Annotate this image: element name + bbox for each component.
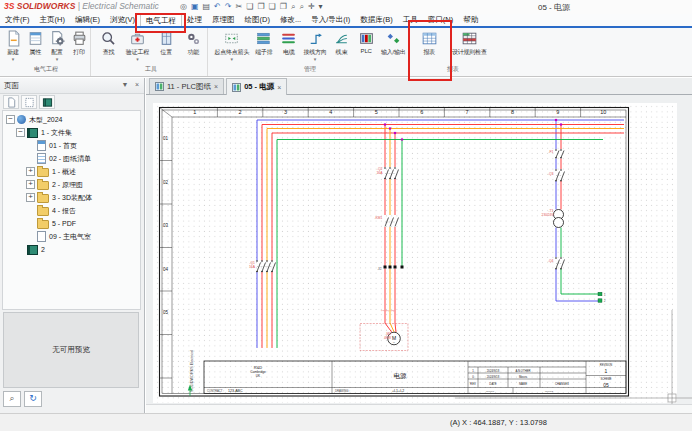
- function-button[interactable]: 功能: [182, 30, 204, 57]
- transformer-symbol[interactable]: [554, 210, 564, 228]
- dropdown-caret-icon[interactable]: ▾: [12, 57, 15, 61]
- tree-item-3d-assembly-folder[interactable]: + 3 - 3D装配体: [3, 191, 140, 204]
- close-tab-icon[interactable]: ×: [214, 83, 218, 90]
- location-button[interactable]: 位置: [155, 30, 177, 57]
- reports-button[interactable]: 报表: [418, 30, 440, 57]
- menu-tab-electrical-project[interactable]: 电气工程: [140, 14, 182, 26]
- qat-options-icon[interactable]: ▾: [319, 1, 323, 13]
- tree-item-label: 木型_2024: [29, 115, 62, 125]
- paste-icon[interactable]: ❐: [257, 1, 264, 13]
- origin-destination-arrows-button[interactable]: 起点终点箭头 ▾: [213, 30, 250, 61]
- expand-icon[interactable]: +: [26, 167, 35, 176]
- menu-tab-window[interactable]: 窗口(N): [423, 14, 458, 26]
- close-tab-icon[interactable]: ×: [277, 84, 281, 91]
- menu-tab-schematic[interactable]: 原理图: [207, 14, 240, 26]
- tree-item-report-folder[interactable]: 4 - 报告: [3, 204, 140, 217]
- cut-icon[interactable]: ✂: [236, 1, 243, 13]
- menu-tab-file[interactable]: 文件(F): [0, 14, 35, 26]
- book-button[interactable]: [39, 95, 55, 109]
- sheet-number: 05: [603, 382, 609, 388]
- collapse-icon[interactable]: −: [16, 128, 25, 137]
- tree-item-cover-page[interactable]: 01 - 首页: [3, 139, 140, 152]
- horizontal-scrollbar[interactable]: [146, 404, 692, 413]
- configurations-button[interactable]: 配置 ▾: [46, 30, 68, 61]
- preview-toggle-button[interactable]: ⌕: [3, 391, 21, 407]
- svg-text:2024/9/18: 2024/9/18: [487, 375, 500, 379]
- schematic-sheet[interactable]: 1 2 3 4 5 6 7 8 9 10 01 02 03 04 05: [146, 95, 692, 404]
- tree-item-book-2[interactable]: 2: [3, 243, 140, 256]
- terminal-strip[interactable]: [384, 266, 404, 269]
- menu-tab-view[interactable]: 浏览(V): [105, 14, 140, 26]
- revision-number: 1: [605, 368, 608, 374]
- sheet-brand-vertical: SOLIDWORKS Electrical: [190, 350, 194, 392]
- terminal-strips-button[interactable]: 端子排: [253, 30, 275, 57]
- find-button[interactable]: 查找: [98, 30, 120, 57]
- doc-tab-plc-drawing[interactable]: 11 - PLC图纸 ×: [149, 78, 224, 94]
- cables-button[interactable]: 电缆: [278, 30, 300, 57]
- menu-tab-import-export[interactable]: 导入/导出(I): [306, 14, 355, 26]
- redo-icon[interactable]: ↷: [225, 1, 232, 13]
- pin-icon[interactable]: ▼: [120, 81, 130, 88]
- menu-tab-help[interactable]: 帮助: [458, 14, 483, 26]
- tree-item-pdf-folder[interactable]: 5 - PDF: [3, 217, 140, 230]
- svg-text:03: 03: [163, 223, 169, 228]
- svg-text:2024/9/18: 2024/9/18: [487, 369, 500, 373]
- save-icon[interactable]: ▣: [191, 1, 199, 13]
- tree-item-main-electrical-room[interactable]: 09 - 主电气室: [3, 230, 140, 243]
- zoom-previous-icon[interactable]: ⌕: [291, 1, 295, 13]
- close-icon[interactable]: ×: [132, 81, 142, 88]
- properties-button[interactable]: 属性: [24, 30, 46, 57]
- wire-direction-button[interactable]: 接线方向 ▾: [302, 30, 327, 61]
- pan-icon[interactable]: ✛: [308, 1, 315, 13]
- button-label: 属性: [29, 48, 41, 57]
- report-table-icon: [421, 30, 438, 47]
- page-macro-button[interactable]: [21, 95, 37, 109]
- tree-item-label: 2 - 原理图: [52, 180, 83, 190]
- print-icon[interactable]: ▤: [203, 1, 211, 13]
- menu-tab-tools[interactable]: 工具: [398, 14, 423, 26]
- menu-tab-home[interactable]: 主页(H): [35, 14, 70, 26]
- design-rule-check-button[interactable]: 设计规则检查: [451, 30, 488, 57]
- dashed-page-icon: [24, 97, 35, 108]
- paste-special-icon[interactable]: ❐: [280, 1, 287, 13]
- tree-item-schematic-folder[interactable]: + 2 - 原理图: [3, 178, 140, 191]
- dropdown-caret-icon[interactable]: ▾: [314, 57, 317, 61]
- expand-icon[interactable]: +: [26, 193, 35, 202]
- dropdown-caret-icon[interactable]: ▾: [56, 57, 59, 61]
- refresh-button[interactable]: ↻: [24, 391, 42, 407]
- app-menu-icon[interactable]: ◎: [180, 1, 187, 13]
- design-rule-check-icon: [461, 30, 478, 47]
- print-button[interactable]: 打印: [68, 30, 90, 57]
- menu-tab-draw[interactable]: 绘图(D): [240, 14, 275, 26]
- cabinet-icon: [158, 30, 175, 47]
- undo-icon[interactable]: ↶: [214, 1, 221, 13]
- tree-item-file-set[interactable]: − 1 - 文件集: [3, 126, 140, 139]
- new-page-button[interactable]: [3, 95, 19, 109]
- new-button[interactable]: 新建 ▾: [2, 30, 24, 61]
- origin-destination-icon: [223, 30, 240, 47]
- doc-tab-power[interactable]: 05 - 电源 ×: [226, 78, 287, 95]
- copy-icon[interactable]: ❏: [246, 1, 253, 13]
- plc-button[interactable]: PLC: [355, 30, 377, 54]
- svg-text:04: 04: [163, 267, 169, 272]
- tree-item-project[interactable]: − 木型_2024: [3, 113, 140, 126]
- validate-project-button[interactable]: 验证工程 ▾: [125, 30, 150, 61]
- dropdown-caret-icon[interactable]: ▾: [231, 57, 234, 61]
- folder-icon: [37, 181, 49, 190]
- ribbon: 新建 ▾ 属性 配置 ▾ 打印 电气工程: [0, 28, 692, 77]
- collapse-icon[interactable]: −: [6, 115, 15, 124]
- menu-tab-modify[interactable]: 修改...: [275, 14, 306, 26]
- input-output-button[interactable]: 输入/输出: [380, 30, 407, 57]
- harness-button[interactable]: 线束: [330, 30, 352, 57]
- menu-tab-database[interactable]: 数据库(B): [355, 14, 398, 26]
- dropdown-caret-icon[interactable]: ▾: [136, 57, 139, 61]
- menu-tab-process[interactable]: 处理: [182, 14, 207, 26]
- menu-tab-edit[interactable]: 编辑(E): [70, 14, 105, 26]
- tree-item-drawing-list[interactable]: 02 - 图纸清单: [3, 152, 140, 165]
- drawing-canvas[interactable]: 1 2 3 4 5 6 7 8 9 10 01 02 03 04 05: [146, 95, 692, 404]
- copy-special-icon[interactable]: ❏: [269, 1, 276, 13]
- zoom-window-icon[interactable]: ⌕: [299, 1, 303, 13]
- tree-item-overview-folder[interactable]: + 1 - 概述: [3, 165, 140, 178]
- expand-icon[interactable]: +: [26, 180, 35, 189]
- quick-access-toolbar: ◎ ▣ ▤ ↶ ↷ ✂ ❏ ❐ ❏ ❐ ⌕ ⌕ ✛ ▾: [180, 1, 323, 13]
